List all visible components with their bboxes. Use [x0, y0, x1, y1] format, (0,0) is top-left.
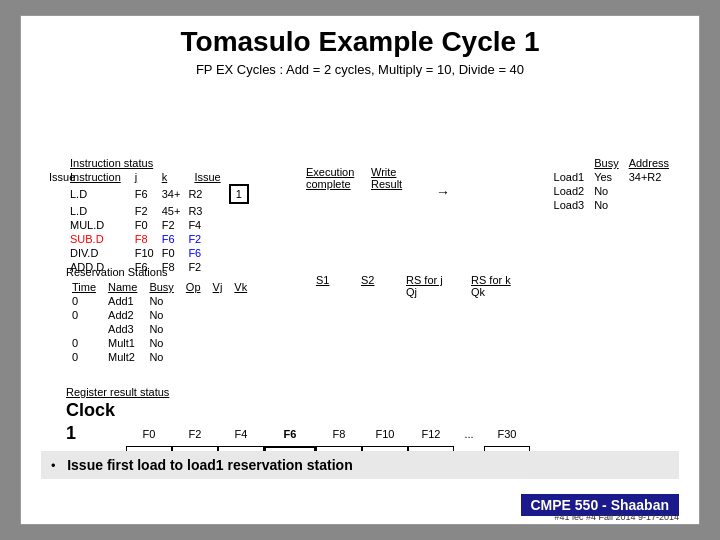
rs-name: Add3	[102, 322, 143, 336]
reg-label-f4: F4	[218, 428, 264, 440]
exec-complete-label: Execution	[306, 166, 354, 178]
instr-status-header: Instruction status	[66, 156, 158, 170]
instr-k: F0	[158, 246, 185, 260]
instr-j: F0	[125, 218, 158, 232]
instr-k: F6	[158, 232, 185, 246]
write-header: Write Result	[371, 166, 402, 190]
instr-reg: F6	[184, 246, 224, 260]
load-buffer-row: Load1 Yes 34+R2	[549, 170, 674, 184]
bullet-symbol: •	[51, 458, 56, 473]
rs-vj	[207, 322, 229, 336]
reg-result-title: Register result status	[66, 386, 686, 398]
rs-row: 0 Add1 No	[66, 294, 253, 308]
load-buffers: Busy Address Load1 Yes 34+R2 Load2 No Lo…	[549, 156, 674, 212]
rs-vk-header: Vk	[228, 280, 253, 294]
clock-label: Clock	[66, 400, 115, 421]
rs-op	[180, 322, 207, 336]
rsk-header: RS for k Qk	[471, 274, 511, 298]
rs-vk	[228, 308, 253, 322]
rs-row: 0 Mult2 No	[66, 350, 253, 364]
table-row: SUB.D F8 F6 F2	[66, 232, 253, 246]
qj-label: Qj	[406, 286, 417, 298]
rs-name: Mult2	[102, 350, 143, 364]
rs-vk	[228, 336, 253, 350]
instr-j: F10	[125, 246, 158, 260]
instr-reg: F2	[184, 232, 224, 246]
rs-op	[180, 350, 207, 364]
rs-row: 0 Mult1 No	[66, 336, 253, 350]
instr-j: F8	[125, 232, 158, 246]
instruction-table: Instruction status Instruction j k Issue…	[66, 156, 253, 274]
rs-time: 0	[66, 350, 102, 364]
col-k: k	[158, 170, 185, 184]
rs-op	[180, 336, 207, 350]
rs-busy: No	[143, 294, 179, 308]
rs-name: Add2	[102, 308, 143, 322]
exec-complete-label2: complete	[306, 178, 351, 190]
rs-op	[180, 294, 207, 308]
rs-vj	[207, 294, 229, 308]
lb-name: Load3	[549, 198, 590, 212]
rs-busy-header: Busy	[143, 280, 179, 294]
rsj-label: RS for j	[406, 274, 443, 286]
reg-label-f0: F0	[126, 428, 172, 440]
reg-label-f10: F10	[362, 428, 408, 440]
instr-reg: F4	[184, 218, 224, 232]
reservation-stations: Reservation Stations Time Name Busy Op V…	[66, 266, 253, 364]
write-result-label2: Result	[371, 178, 402, 190]
table-row: L.D F6 34+ R2 1	[66, 184, 253, 204]
table-row: DIV.D F10 F0 F6	[66, 246, 253, 260]
rs-vj-header: Vj	[207, 280, 229, 294]
instr-j: F2	[125, 204, 158, 218]
rs-row: 0 Add2 No	[66, 308, 253, 322]
rs-busy: No	[143, 308, 179, 322]
clock-value: 1	[66, 423, 96, 444]
rs-title: Reservation Stations	[66, 266, 253, 278]
instr-k: 45+	[158, 204, 185, 218]
reg-label-f8: F8	[316, 428, 362, 440]
rs-time	[66, 322, 102, 336]
lb-address-header: Address	[624, 156, 674, 170]
rs-row: Add3 No	[66, 322, 253, 336]
load-buffers-table: Busy Address Load1 Yes 34+R2 Load2 No Lo…	[549, 156, 674, 212]
rsj-header: RS for j Qj	[406, 274, 443, 298]
reg-label-f6: F6	[264, 428, 316, 440]
subtitle: FP EX Cycles : Add = 2 cycles, Multiply …	[36, 62, 684, 77]
col-instruction: Instruction	[66, 170, 125, 184]
instruction-status: Instruction status Instruction j k Issue…	[66, 156, 253, 280]
lb-address	[624, 184, 674, 198]
lb-address	[624, 198, 674, 212]
col-issue: Issue	[184, 170, 224, 184]
s2-header: S2	[361, 274, 374, 286]
rs-vk	[228, 322, 253, 336]
instr-reg: R3	[184, 204, 224, 218]
reg-label-f2: F2	[172, 428, 218, 440]
instr-name: L.D	[66, 184, 125, 204]
instr-name: DIV.D	[66, 246, 125, 260]
rs-vk	[228, 294, 253, 308]
qk-label: Qk	[471, 286, 485, 298]
instr-name: MUL.D	[66, 218, 125, 232]
table-row: L.D F2 45+ R3	[66, 204, 253, 218]
reg-label-f30: F30	[484, 428, 530, 440]
lb-name: Load1	[549, 170, 590, 184]
footnote: #41 lec #4 Fall 2014 9-17-2014	[554, 512, 679, 522]
rs-vk	[228, 350, 253, 364]
rs-vj	[207, 350, 229, 364]
reg-label-f12: F12	[408, 428, 454, 440]
s1-label: S1	[316, 274, 329, 286]
bullet-section: • Issue first load to load1 reservation …	[41, 451, 679, 479]
lb-busy-header: Busy	[589, 156, 623, 170]
clock-row: Clock	[66, 400, 686, 421]
instr-name: SUB.D	[66, 232, 125, 246]
rs-name: Mult1	[102, 336, 143, 350]
rs-name: Add1	[102, 294, 143, 308]
rs-time: 0	[66, 308, 102, 322]
load-buffer-row: Load3 No	[549, 198, 674, 212]
table-row: MUL.D F0 F2 F4	[66, 218, 253, 232]
lb-address: 34+R2	[624, 170, 674, 184]
instr-j: F6	[125, 184, 158, 204]
col-j: j	[125, 170, 158, 184]
s2-label: S2	[361, 274, 374, 286]
rs-vj	[207, 336, 229, 350]
